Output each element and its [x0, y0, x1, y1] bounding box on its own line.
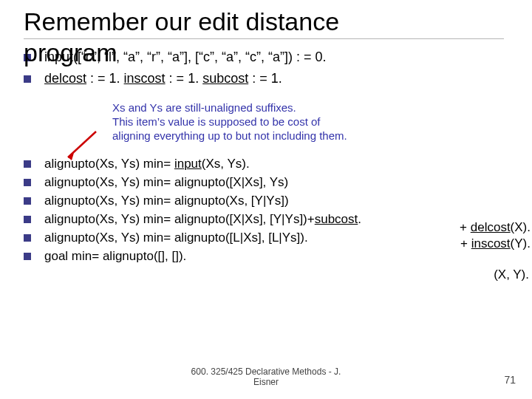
- slide-title-line2: program: [24, 38, 117, 67]
- footer-line1: 600. 325/425 Declarative Methods - J.: [0, 366, 532, 377]
- rule-text: alignupto(Xs, Ys) min= alignupto([X|Xs],…: [44, 175, 288, 190]
- plus-delcost: + delcost(X).: [460, 220, 531, 235]
- inscost-label: inscost: [124, 71, 166, 86]
- bullet-icon: [24, 197, 31, 205]
- rule-text: alignupto(Xs, Ys) min= alignupto([X|Xs],…: [44, 212, 361, 227]
- footer-line2: Eisner: [0, 377, 532, 387]
- costs-row: delcost : = 1. inscost : = 1. subcost : …: [24, 71, 517, 86]
- bullet-icon: [24, 253, 31, 260]
- rule-row: alignupto(Xs, Ys) min= alignupto([X|Xs],…: [24, 211, 517, 227]
- bullet-icon: [24, 179, 31, 186]
- text: : = 1.: [86, 71, 124, 86]
- bullet-icon: [24, 216, 31, 223]
- annotation-line1: Xs and Ys are still-unaligned suffixes.: [112, 101, 460, 115]
- plus-inscost: + inscost(Y).: [460, 236, 531, 251]
- rule-row: alignupto(Xs, Ys) min= alignupto([L|Xs],…: [24, 230, 517, 245]
- page-number: 71: [504, 374, 516, 386]
- text: : = 1.: [248, 71, 282, 86]
- rule-text: goal min= alignupto([], []).: [44, 249, 186, 264]
- rule-text: alignupto(Xs, Ys) min= alignupto(Xs, [Y|…: [44, 194, 289, 208]
- rule-row: alignupto(Xs, Ys) min= alignupto([X|Xs],…: [24, 174, 517, 190]
- rule-row: alignupto(Xs, Ys) min= alignupto(Xs, [Y|…: [24, 193, 517, 208]
- rule-text: alignupto(Xs, Ys) min= alignupto([L|Xs],…: [44, 231, 308, 245]
- bullet-icon: [24, 75, 31, 83]
- rule-text: alignupto(Xs, Ys) min= input(Xs, Ys).: [44, 157, 250, 171]
- subcost-label: subcost: [202, 71, 248, 86]
- rule-row: goal min= alignupto([], []).: [24, 248, 517, 264]
- annotation-line2: This item’s value is supposed to be cost…: [112, 115, 460, 129]
- rule-row: alignupto(Xs, Ys) min= input(Xs, Ys).: [24, 156, 517, 171]
- rules-block: alignupto(Xs, Ys) min= input(Xs, Ys). al…: [24, 156, 517, 264]
- text: : = 1.: [166, 71, 203, 86]
- delcost-label: delcost: [44, 71, 86, 86]
- slide-footer: 600. 325/425 Declarative Methods - J. Ei…: [0, 366, 532, 387]
- bullet-icon: [24, 234, 31, 242]
- subcost-args: (X, Y).: [494, 267, 529, 282]
- bullet-icon: [24, 160, 31, 168]
- slide-title-line1: Remember our edit distance: [24, 7, 517, 35]
- annotation-line3: aligning everything up to but not includ…: [112, 129, 460, 143]
- annotation-box: Xs and Ys are still-unaligned suffixes. …: [112, 101, 460, 143]
- costs-text: delcost : = 1. inscost : = 1. subcost : …: [44, 71, 282, 86]
